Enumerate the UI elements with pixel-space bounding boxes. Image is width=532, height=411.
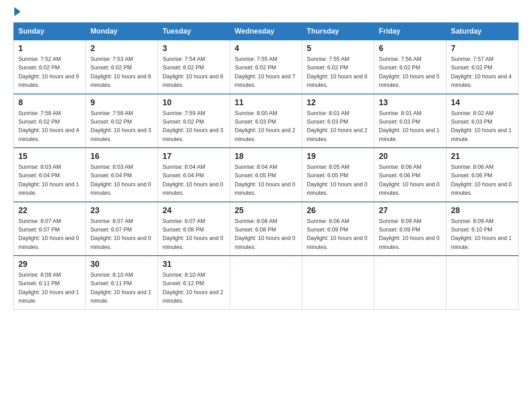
calendar-cell: 1Sunrise: 7:52 AMSunset: 6:02 PMDaylight… [14,40,86,94]
calendar-cell: 18Sunrise: 8:04 AMSunset: 6:05 PMDayligh… [230,148,302,202]
logo-triangle-icon [14,7,21,16]
day-number: 25 [235,206,297,215]
day-number: 12 [307,98,369,107]
day-number: 14 [451,98,514,107]
day-number: 6 [379,44,442,53]
day-number: 15 [18,152,81,161]
day-number: 10 [163,98,225,107]
day-info: Sunrise: 7:55 AMSunset: 6:02 PMDaylight:… [235,55,297,90]
calendar-cell: 5Sunrise: 7:55 AMSunset: 6:02 PMDaylight… [302,40,374,94]
day-info: Sunrise: 8:07 AMSunset: 6:07 PMDaylight:… [90,217,153,252]
day-info: Sunrise: 7:53 AMSunset: 6:02 PMDaylight:… [90,55,153,90]
day-number: 13 [379,98,442,107]
day-info: Sunrise: 8:10 AMSunset: 6:12 PMDaylight:… [163,271,225,306]
calendar-cell: 14Sunrise: 8:02 AMSunset: 6:03 PMDayligh… [446,94,519,148]
day-number: 1 [18,44,81,53]
header-monday: Monday [86,23,158,40]
day-number: 20 [379,152,442,161]
day-info: Sunrise: 8:07 AMSunset: 6:07 PMDaylight:… [18,217,81,252]
header-saturday: Saturday [446,23,519,40]
day-info: Sunrise: 8:05 AMSunset: 6:05 PMDaylight:… [307,163,369,198]
day-number: 3 [163,44,225,53]
day-info: Sunrise: 8:04 AMSunset: 6:04 PMDaylight:… [163,163,225,198]
day-number: 21 [451,152,514,161]
calendar-cell: 21Sunrise: 8:06 AMSunset: 6:06 PMDayligh… [446,148,519,202]
calendar-cell: 15Sunrise: 8:03 AMSunset: 6:04 PMDayligh… [14,148,86,202]
calendar-table: SundayMondayTuesdayWednesdayThursdayFrid… [13,22,519,310]
day-info: Sunrise: 8:08 AMSunset: 6:09 PMDaylight:… [307,217,369,252]
calendar-cell: 8Sunrise: 7:58 AMSunset: 6:02 PMDaylight… [14,94,86,148]
calendar-cell: 9Sunrise: 7:58 AMSunset: 6:02 PMDaylight… [86,94,158,148]
day-info: Sunrise: 8:09 AMSunset: 6:10 PMDaylight:… [451,217,514,252]
calendar-cell: 30Sunrise: 8:10 AMSunset: 6:11 PMDayligh… [86,256,158,309]
day-info: Sunrise: 8:01 AMSunset: 6:03 PMDaylight:… [307,109,369,144]
day-info: Sunrise: 8:03 AMSunset: 6:04 PMDaylight:… [90,163,153,198]
week-row-3: 15Sunrise: 8:03 AMSunset: 6:04 PMDayligh… [14,148,519,202]
page-header [13,9,519,13]
day-number: 9 [90,98,153,107]
calendar-cell: 2Sunrise: 7:53 AMSunset: 6:02 PMDaylight… [86,40,158,94]
day-number: 28 [451,206,514,215]
day-info: Sunrise: 8:08 AMSunset: 6:08 PMDaylight:… [235,217,297,252]
day-number: 22 [18,206,81,215]
calendar-cell [374,256,446,309]
day-number: 29 [18,260,81,269]
calendar-cell: 3Sunrise: 7:54 AMSunset: 6:02 PMDaylight… [158,40,230,94]
logo [13,9,21,13]
day-number: 17 [163,152,225,161]
day-info: Sunrise: 8:09 AMSunset: 6:09 PMDaylight:… [379,217,442,252]
calendar-cell: 24Sunrise: 8:07 AMSunset: 6:08 PMDayligh… [158,202,230,256]
day-info: Sunrise: 8:03 AMSunset: 6:04 PMDaylight:… [18,163,81,198]
day-info: Sunrise: 7:56 AMSunset: 6:02 PMDaylight:… [379,55,442,90]
calendar-cell: 25Sunrise: 8:08 AMSunset: 6:08 PMDayligh… [230,202,302,256]
day-info: Sunrise: 7:55 AMSunset: 6:02 PMDaylight:… [307,55,369,90]
calendar-cell: 27Sunrise: 8:09 AMSunset: 6:09 PMDayligh… [374,202,446,256]
day-info: Sunrise: 7:58 AMSunset: 6:02 PMDaylight:… [90,109,153,144]
days-header-row: SundayMondayTuesdayWednesdayThursdayFrid… [14,23,519,40]
day-info: Sunrise: 7:57 AMSunset: 6:02 PMDaylight:… [451,55,514,90]
calendar-cell: 26Sunrise: 8:08 AMSunset: 6:09 PMDayligh… [302,202,374,256]
header-sunday: Sunday [14,23,86,40]
calendar-cell [446,256,519,309]
day-info: Sunrise: 7:58 AMSunset: 6:02 PMDaylight:… [18,109,81,144]
day-number: 19 [307,152,369,161]
header-tuesday: Tuesday [158,23,230,40]
day-number: 7 [451,44,514,53]
week-row-2: 8Sunrise: 7:58 AMSunset: 6:02 PMDaylight… [14,94,519,148]
calendar-cell: 23Sunrise: 8:07 AMSunset: 6:07 PMDayligh… [86,202,158,256]
header-thursday: Thursday [302,23,374,40]
calendar-cell: 20Sunrise: 8:06 AMSunset: 6:06 PMDayligh… [374,148,446,202]
week-row-1: 1Sunrise: 7:52 AMSunset: 6:02 PMDaylight… [14,40,519,94]
calendar-cell: 17Sunrise: 8:04 AMSunset: 6:04 PMDayligh… [158,148,230,202]
day-number: 5 [307,44,369,53]
calendar-cell: 10Sunrise: 7:59 AMSunset: 6:02 PMDayligh… [158,94,230,148]
calendar-cell: 31Sunrise: 8:10 AMSunset: 6:12 PMDayligh… [158,256,230,309]
calendar-cell: 16Sunrise: 8:03 AMSunset: 6:04 PMDayligh… [86,148,158,202]
day-number: 18 [235,152,297,161]
day-number: 26 [307,206,369,215]
calendar-cell: 6Sunrise: 7:56 AMSunset: 6:02 PMDaylight… [374,40,446,94]
day-info: Sunrise: 7:59 AMSunset: 6:02 PMDaylight:… [163,109,225,144]
calendar-cell: 28Sunrise: 8:09 AMSunset: 6:10 PMDayligh… [446,202,519,256]
day-number: 30 [90,260,153,269]
day-number: 23 [90,206,153,215]
calendar-cell [230,256,302,309]
day-info: Sunrise: 8:04 AMSunset: 6:05 PMDaylight:… [235,163,297,198]
day-info: Sunrise: 8:07 AMSunset: 6:08 PMDaylight:… [163,217,225,252]
calendar-cell: 22Sunrise: 8:07 AMSunset: 6:07 PMDayligh… [14,202,86,256]
calendar-cell: 4Sunrise: 7:55 AMSunset: 6:02 PMDaylight… [230,40,302,94]
header-friday: Friday [374,23,446,40]
day-number: 4 [235,44,297,53]
day-number: 2 [90,44,153,53]
calendar-cell: 12Sunrise: 8:01 AMSunset: 6:03 PMDayligh… [302,94,374,148]
day-info: Sunrise: 7:54 AMSunset: 6:02 PMDaylight:… [163,55,225,90]
calendar-cell: 7Sunrise: 7:57 AMSunset: 6:02 PMDaylight… [446,40,519,94]
day-number: 27 [379,206,442,215]
day-info: Sunrise: 8:01 AMSunset: 6:03 PMDaylight:… [379,109,442,144]
calendar-cell: 29Sunrise: 8:09 AMSunset: 6:11 PMDayligh… [14,256,86,309]
day-info: Sunrise: 8:09 AMSunset: 6:11 PMDaylight:… [18,271,81,306]
day-info: Sunrise: 8:06 AMSunset: 6:06 PMDaylight:… [379,163,442,198]
header-wednesday: Wednesday [230,23,302,40]
calendar-cell: 13Sunrise: 8:01 AMSunset: 6:03 PMDayligh… [374,94,446,148]
calendar-cell [302,256,374,309]
